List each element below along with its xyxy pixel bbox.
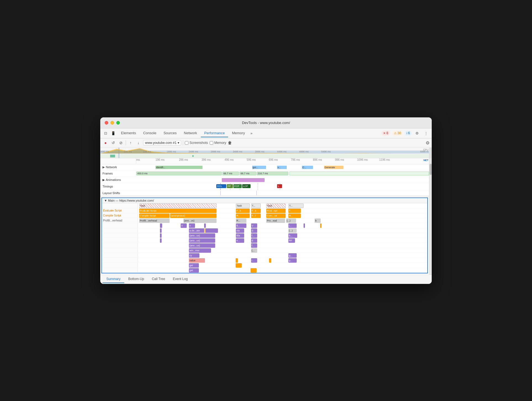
screenshots-checkbox[interactable] [185, 141, 188, 145]
adeate-block[interactable]: a.de...ate [189, 228, 218, 233]
profiling-block-2[interactable]: R... [236, 218, 246, 223]
s-block[interactable]: S [251, 228, 257, 233]
main-scrollbar[interactable] [429, 158, 432, 275]
bottom-tab-bottom-up[interactable]: Bottom-Up [124, 275, 148, 283]
anous-block-1[interactable]: (ano...us) [189, 233, 215, 238]
download-button[interactable]: ↓ [135, 140, 141, 146]
network-block-5[interactable]: Generate [324, 166, 343, 169]
eval-block-3[interactable]: F...k [251, 209, 261, 213]
v-block-1[interactable]: V [181, 223, 187, 228]
profiling-block-b[interactable]: b [315, 218, 321, 223]
timing-lcp[interactable]: LCP [242, 184, 251, 188]
tab-elements[interactable]: Elements [118, 129, 139, 137]
memory-checkbox[interactable] [210, 141, 213, 145]
eval-block-1[interactable]: Evaluate Script [139, 209, 217, 213]
e-block[interactable]: e... [236, 238, 244, 243]
clear-button[interactable]: ⊘ [118, 140, 124, 146]
bla-block[interactable]: Bla [236, 233, 244, 238]
compile-block-1[interactable]: Compile Script [139, 213, 170, 218]
b-block-1[interactable]: b... [288, 233, 297, 238]
frame-block-2[interactable]: 66.7 ms [222, 172, 239, 175]
cy-block[interactable]: cy [189, 253, 199, 258]
v-block-2[interactable]: v [189, 223, 195, 228]
g-block-2[interactable]: g... [288, 258, 297, 263]
task-block-3[interactable]: T... [251, 204, 261, 208]
openparen-block[interactable]: (... [251, 248, 257, 253]
task-block-5[interactable]: T... [288, 204, 304, 208]
frame-block-4[interactable]: 216.7 ms [257, 172, 288, 175]
network-block-2[interactable]: gui... [252, 166, 266, 169]
d-block[interactable]: d [251, 238, 257, 243]
i-block[interactable]: i... [288, 223, 297, 228]
minimize-button[interactable] [110, 121, 114, 125]
url-selector[interactable]: www.youtube.com #1 ▾ [143, 140, 181, 146]
record-button[interactable]: ● [102, 140, 109, 146]
capture-settings-icon[interactable]: ⚙ [426, 140, 430, 146]
compile-block-4[interactable]: Com...ipt [266, 213, 286, 218]
value-block[interactable]: value [189, 258, 205, 263]
upload-button[interactable]: ↑ [128, 140, 134, 146]
maximize-button[interactable] [116, 121, 120, 125]
settings-icon[interactable]: ⚙ [414, 130, 420, 136]
animation-block[interactable] [222, 178, 265, 182]
compile-block-anon[interactable]: (anonymous) [170, 213, 217, 218]
eval-block-2[interactable]: F...k [236, 209, 250, 213]
rf-block[interactable]: RF [288, 238, 295, 243]
v-block-3[interactable]: V [251, 223, 257, 228]
anous-block-3[interactable]: (ano...us) [189, 243, 215, 248]
bottom-tab-event-log[interactable]: Event Log [169, 275, 192, 283]
eval-block-5[interactable]: F... [288, 209, 301, 213]
reload-button[interactable]: ↺ [110, 140, 116, 146]
compile-block-2[interactable]: R... [236, 213, 250, 218]
more-options-icon[interactable]: ⋮ [423, 130, 430, 136]
network-block-4[interactable]: C... [302, 166, 313, 169]
yellow-get-1[interactable] [236, 263, 242, 268]
bottom-tab-summary[interactable]: Summary [102, 275, 124, 283]
f-block-1[interactable]: f... [251, 233, 257, 238]
frame-block-3[interactable]: 66.7 ms [239, 172, 256, 175]
frame-block-1[interactable]: 450.0 ms [136, 172, 222, 175]
anous-block-2[interactable]: (ano...us) [189, 238, 215, 243]
get-block-1[interactable]: get [189, 263, 199, 268]
bottom-tab-call-tree[interactable]: Call Tree [148, 275, 169, 283]
timing-fp[interactable]: FP [227, 184, 233, 188]
task-block-1[interactable]: Task [139, 204, 217, 208]
tab-memory[interactable]: Memory [229, 129, 248, 137]
device-icon[interactable]: 📱 [109, 130, 117, 136]
yellow-get-2[interactable] [251, 268, 257, 273]
xla-block[interactable]: xla [236, 228, 244, 233]
profiling-block-anon[interactable]: (ano...us) [183, 218, 217, 223]
scroll-thumb[interactable] [430, 164, 432, 175]
tab-performance[interactable]: Performance [201, 129, 228, 137]
garbage-collect-icon[interactable]: 🗑 [228, 141, 232, 145]
timing-fcp[interactable]: FCP [233, 184, 242, 188]
timing-dcl[interactable]: DCL [216, 184, 226, 188]
animations-label[interactable]: ▶ Animations [100, 178, 136, 182]
network-block-3[interactable]: v... [277, 166, 287, 169]
network-block-1[interactable]: identifi... [156, 166, 202, 169]
compile-block-3[interactable]: F...l [251, 213, 261, 218]
get-block-2[interactable]: get [189, 268, 199, 273]
profiling-block-1[interactable]: Profili...verhead [139, 218, 170, 223]
inspect-icon[interactable]: ⊡ [102, 130, 109, 136]
f-block-2[interactable]: f... [251, 243, 257, 248]
timing-l[interactable]: L [277, 184, 282, 188]
g-block-1[interactable]: g... [288, 253, 297, 258]
tab-network[interactable]: Network [181, 129, 201, 137]
eval-block-4[interactable]: Eval...ript [266, 209, 286, 213]
profiling-block-paren[interactable]: (...) [286, 218, 296, 223]
dollar-block[interactable]: $... [236, 223, 246, 228]
task-block-2[interactable]: Task [236, 204, 250, 208]
winmer-block[interactable]: win...mer [189, 248, 211, 253]
more-tabs-button[interactable]: » [249, 130, 254, 136]
tab-sources[interactable]: Sources [160, 129, 180, 137]
profiling-block-3[interactable]: Pro...ead [266, 218, 285, 223]
i-block-2[interactable]: i... [251, 258, 257, 263]
ruler-scrollbar[interactable] [429, 148, 432, 158]
network-label[interactable]: ▶ Network [100, 165, 136, 169]
task-block-4[interactable]: Task [266, 204, 286, 208]
close-button[interactable] [105, 121, 108, 125]
paren-block[interactable]: (...) [288, 228, 297, 233]
compile-block-5[interactable]: R... [288, 213, 301, 218]
tab-console[interactable]: Console [140, 129, 160, 137]
